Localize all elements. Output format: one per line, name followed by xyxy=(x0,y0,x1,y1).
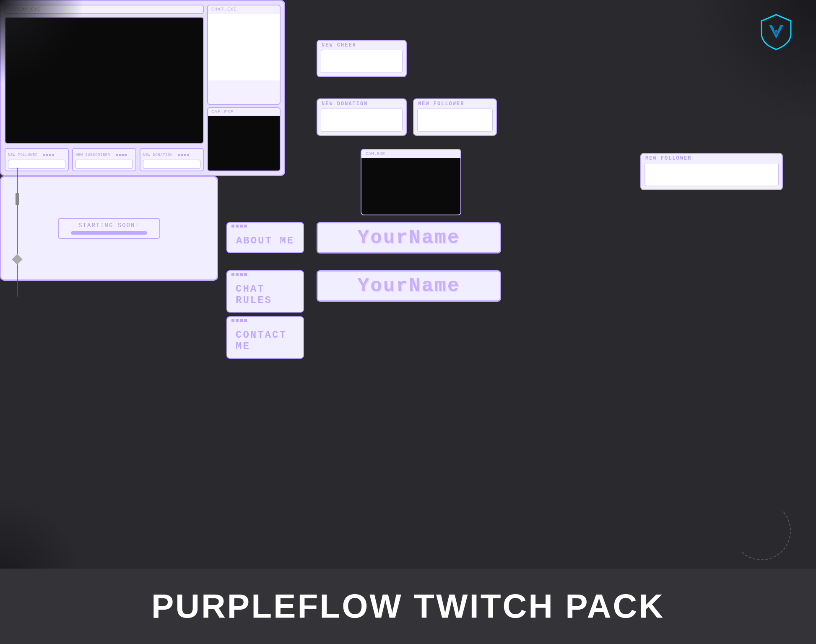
name-banner-1: YourName xyxy=(317,222,501,253)
stream-right: CHAT.EXE CAM.EXE xyxy=(207,5,281,171)
chat-panel: CHAT.EXE xyxy=(207,5,281,105)
new-follower-lg-body xyxy=(644,163,779,186)
about-me-label: ABOUT ME xyxy=(236,235,294,246)
dashed-arc-decoration xyxy=(732,502,791,560)
starting-soon-box: STARTING SOON! xyxy=(58,218,160,239)
logo xyxy=(757,13,795,50)
bg-corner-tr xyxy=(690,0,816,126)
alert-subscriber: NEW SUBSCRIBER xyxy=(72,148,136,171)
bottom-title: PURPLEFLOW TWITCH PACK xyxy=(151,587,665,626)
new-donation-body xyxy=(321,109,403,132)
new-follower-lg-panel: MEW FOLLOWER xyxy=(640,153,783,190)
cam-lg-header: CAM.EXE xyxy=(361,150,460,158)
chat-rules-panel: CHAT RULES xyxy=(226,270,304,313)
new-follower-sm-header: NEW FOLLOWER xyxy=(414,99,496,109)
cam-small-video xyxy=(208,116,280,171)
contact-me-panel: CONTACT ME xyxy=(226,316,304,359)
alert-follower-label: NEW FOLLOWER xyxy=(8,150,65,158)
contact-me-header xyxy=(227,317,303,323)
alert-donation-label: NEW DONATION xyxy=(143,150,200,158)
offline-panel: STARTING SOON! xyxy=(0,176,218,281)
new-cheer-body xyxy=(321,50,403,73)
chat-rules-label: CHAT RULES xyxy=(236,283,295,306)
alert-subscriber-label: NEW SUBSCRIBER xyxy=(75,150,133,158)
timeline-line-mid xyxy=(17,205,18,256)
alert-subscriber-bar xyxy=(75,160,133,169)
chat-exe-label: CHAT.EXE xyxy=(208,5,280,13)
contact-me-body: CONTACT ME xyxy=(227,323,303,358)
timeline-decoration xyxy=(13,168,21,297)
new-follower-sm-panel: NEW FOLLOWER xyxy=(413,98,497,136)
alert-donation-bar xyxy=(143,160,200,169)
starting-text: STARTING SOON! xyxy=(71,222,147,229)
alert-donation: NEW DONATION xyxy=(140,148,204,171)
new-follower-lg-header: MEW FOLLOWER xyxy=(641,154,782,163)
progress-bar xyxy=(71,231,147,235)
about-me-panel: ABOUT ME xyxy=(226,222,304,253)
cam-small-panel: CAM.EXE xyxy=(207,107,281,171)
cam-lg-panel: CAM.EXE xyxy=(361,149,461,215)
name-banner-1-text: YourName xyxy=(358,227,460,249)
new-donation-header: NEW DONATION xyxy=(317,99,406,109)
name-banner-2: YourName xyxy=(317,270,501,302)
new-follower-sm-body xyxy=(417,109,493,132)
alerts-row: NEW FOLLOWER NEW SUBSCRIBER xyxy=(5,148,204,171)
chat-area xyxy=(208,13,280,80)
new-donation-panel: NEW DONATION xyxy=(317,98,407,136)
timeline-line xyxy=(17,168,18,193)
new-cheer-header: NEW CHEER xyxy=(317,41,406,50)
new-cheer-panel: NEW CHEER xyxy=(317,40,407,77)
chat-rules-body: CHAT RULES xyxy=(227,277,303,312)
about-me-body: ABOUT ME xyxy=(227,229,303,252)
bottom-bar: PURPLEFLOW TWITCH PACK xyxy=(0,569,816,644)
chat-rules-header xyxy=(227,271,303,277)
contact-me-label: CONTACT ME xyxy=(236,329,295,352)
about-me-header xyxy=(227,223,303,229)
timeline-line-bot xyxy=(17,263,18,297)
cam-lg-video xyxy=(361,158,460,215)
cam-exe-label-small: CAM.EXE xyxy=(208,108,280,116)
timeline-rect xyxy=(16,193,19,205)
name-banner-2-text: YourName xyxy=(358,275,460,297)
timeline-diamond xyxy=(12,254,22,264)
